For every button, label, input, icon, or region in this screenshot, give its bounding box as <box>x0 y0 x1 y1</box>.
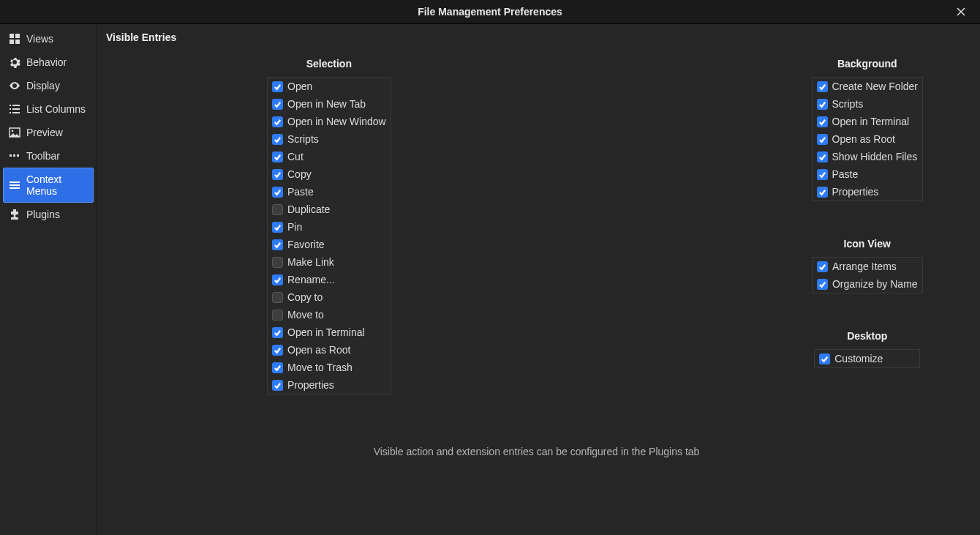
option-label: Open in Terminal <box>287 326 365 338</box>
option-label: Open in New Tab <box>287 98 366 110</box>
checkbox[interactable] <box>817 151 828 162</box>
option-label: Move to <box>287 309 324 321</box>
option-row[interactable]: Open in New Window <box>268 113 391 130</box>
sidebar-item-views[interactable]: Views <box>3 27 94 50</box>
option-row[interactable]: Open in New Tab <box>268 95 391 113</box>
checkbox[interactable] <box>272 204 283 215</box>
checkbox[interactable] <box>272 134 283 145</box>
option-row[interactable]: Create New Folder <box>813 78 923 95</box>
option-row[interactable]: Cut <box>268 148 391 165</box>
checkbox[interactable] <box>817 116 828 127</box>
option-label: Make Link <box>287 256 334 268</box>
option-row[interactable]: Properties <box>813 183 923 201</box>
option-row[interactable]: Scripts <box>813 95 923 113</box>
option-row[interactable]: Make Link <box>268 253 391 271</box>
option-label: Open as Root <box>287 344 350 356</box>
checkbox[interactable] <box>272 187 283 198</box>
option-row[interactable]: Move to <box>268 306 391 323</box>
checkbox[interactable] <box>272 116 283 127</box>
option-row[interactable]: Open in Terminal <box>813 113 923 130</box>
section-iconview: Icon View Arrange ItemsOrganize by Name <box>812 238 924 293</box>
checkbox[interactable] <box>272 99 283 110</box>
checkbox[interactable] <box>817 99 828 110</box>
option-label: Rename... <box>287 274 335 285</box>
eye-icon <box>9 80 20 91</box>
dots-icon <box>9 150 20 162</box>
svg-rect-16 <box>10 184 20 186</box>
option-row[interactable]: Open <box>268 78 391 95</box>
option-row[interactable]: Paste <box>268 183 391 201</box>
checkbox[interactable] <box>817 169 828 180</box>
option-row[interactable]: Copy to <box>268 288 391 306</box>
footnote: Visible action and extension entries can… <box>106 446 967 457</box>
option-row[interactable]: Arrange Items <box>813 258 922 275</box>
option-label: Move to Trash <box>287 362 353 373</box>
checkbox[interactable] <box>272 327 283 338</box>
option-label: Customize <box>834 353 883 364</box>
sidebar-item-behavior[interactable]: Behavior <box>3 50 94 74</box>
titlebar: File Management Preferences <box>0 0 980 24</box>
option-label: Open as Root <box>832 133 895 145</box>
option-row[interactable]: Copy <box>268 165 391 183</box>
sidebar-item-label: Display <box>26 80 60 91</box>
option-label: Open in New Window <box>287 116 386 127</box>
section-title-iconview: Icon View <box>844 238 891 250</box>
option-label: Paste <box>287 186 314 198</box>
section-desktop: Desktop Customize <box>812 330 924 368</box>
option-row[interactable]: Duplicate <box>268 201 391 218</box>
section-background: Background Create New FolderScriptsOpen … <box>812 58 924 201</box>
sidebar-item-label: Preview <box>26 127 63 138</box>
sidebar-item-display[interactable]: Display <box>3 74 94 97</box>
option-row[interactable]: Paste <box>813 165 923 183</box>
checkbox[interactable] <box>817 81 828 92</box>
checkbox[interactable] <box>272 380 283 391</box>
option-row[interactable]: Show Hidden Files <box>813 148 923 165</box>
checkbox[interactable] <box>272 222 283 233</box>
sidebar-item-preview[interactable]: Preview <box>3 121 94 144</box>
plugin-icon <box>9 209 20 220</box>
section-title-desktop: Desktop <box>847 330 887 342</box>
option-label: Scripts <box>832 98 864 110</box>
checkbox[interactable] <box>272 310 283 321</box>
checkbox[interactable] <box>272 151 283 162</box>
checkbox[interactable] <box>817 134 828 145</box>
checkbox[interactable] <box>272 257 283 268</box>
checkbox[interactable] <box>817 261 828 272</box>
sidebar-item-plugins[interactable]: Plugins <box>3 203 94 226</box>
checkbox[interactable] <box>819 353 830 364</box>
checkbox[interactable] <box>272 169 283 180</box>
option-row[interactable]: Scripts <box>268 130 391 148</box>
option-label: Paste <box>832 168 859 180</box>
svg-rect-8 <box>10 112 11 113</box>
sidebar-item-toolbar[interactable]: Toolbar <box>3 144 94 168</box>
sidebar-item-label: Context Menus <box>26 173 88 197</box>
option-row[interactable]: Customize <box>815 350 919 367</box>
checkbox[interactable] <box>272 274 283 285</box>
section-selection: Selection OpenOpen in New TabOpen in New… <box>267 58 391 394</box>
option-row[interactable]: Favorite <box>268 236 391 253</box>
checkbox[interactable] <box>272 345 283 356</box>
svg-rect-1 <box>15 34 20 38</box>
option-row[interactable]: Open as Root <box>813 130 923 148</box>
views-icon <box>9 33 20 45</box>
option-row[interactable]: Organize by Name <box>813 275 922 293</box>
sidebar-item-context-menus[interactable]: Context Menus <box>3 168 94 203</box>
checkbox[interactable] <box>817 187 828 198</box>
column-right: Background Create New FolderScriptsOpen … <box>812 58 924 394</box>
checkbox[interactable] <box>272 292 283 303</box>
checkbox[interactable] <box>272 239 283 250</box>
option-row[interactable]: Rename... <box>268 271 391 288</box>
option-row[interactable]: Pin <box>268 218 391 236</box>
option-row[interactable]: Open in Terminal <box>268 323 391 341</box>
checkbox[interactable] <box>817 279 828 290</box>
option-row[interactable]: Properties <box>268 376 391 394</box>
checkbox[interactable] <box>272 362 283 373</box>
close-button[interactable] <box>949 0 973 24</box>
checkbox[interactable] <box>272 81 283 92</box>
option-row[interactable]: Move to Trash <box>268 359 391 376</box>
option-label: Organize by Name <box>832 278 918 290</box>
section-title-background: Background <box>837 58 897 70</box>
option-row[interactable]: Open as Root <box>268 341 391 359</box>
sidebar-item-list-columns[interactable]: List Columns <box>3 97 94 121</box>
image-icon <box>9 127 20 138</box>
